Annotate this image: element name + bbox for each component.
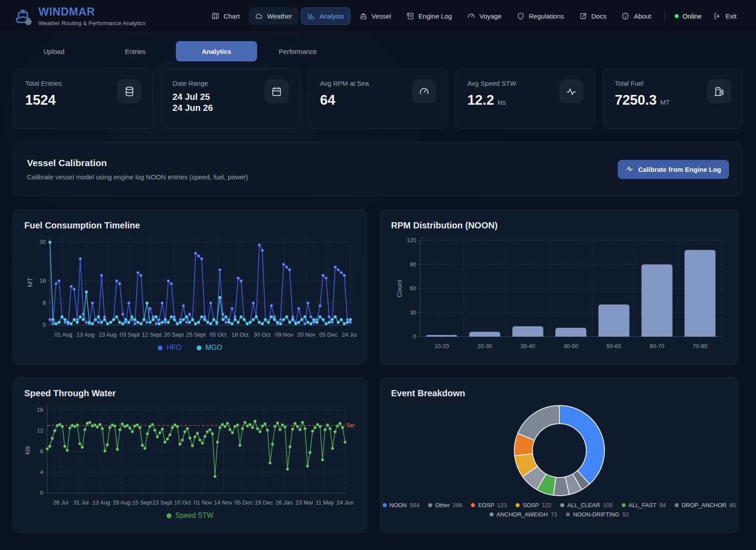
calibrate-from-engine-log-button[interactable]: Calibrate from Engine Log [618, 160, 729, 179]
svg-text:Count: Count [395, 279, 403, 297]
event-count: 52 [623, 511, 629, 518]
svg-text:10 Oct: 10 Oct [174, 499, 191, 506]
stat-value: 12.2kts [467, 92, 517, 108]
tab-entries[interactable]: Entries [95, 41, 176, 61]
svg-text:60: 60 [410, 285, 416, 292]
event-legend-item-all-fast[interactable]: ALL_FAST94 [622, 502, 666, 508]
tab-analytics[interactable]: Analytics [176, 41, 257, 61]
event-legend-item-noon[interactable]: NOON584 [383, 502, 420, 508]
nav-item-engine-log[interactable]: Engine Log [400, 8, 458, 25]
calibration-title: Vessel Calibration [27, 158, 248, 168]
tab-performance[interactable]: Performance [257, 41, 338, 61]
event-legend-item-noon-drifting[interactable]: NOON-DRIFTING52 [566, 511, 629, 518]
external-link-icon [579, 12, 587, 20]
stat-label: Avg Speed STW [467, 80, 517, 87]
svg-text:0: 0 [413, 333, 416, 340]
rpm-distribution-chart: 0306090120Count10-2020-3030-4040-5050-60… [391, 236, 727, 352]
event-count: 94 [659, 502, 665, 508]
event-label: ALL_FAST [629, 502, 657, 508]
charts-grid: Fuel Consumption Timeline 01 Aug13 Aug23… [13, 209, 743, 533]
nav-item-analysis[interactable]: Analysis [301, 8, 350, 25]
svg-text:31 Jul: 31 Jul [73, 499, 89, 506]
event-legend-item-sosp[interactable]: SOSP122 [516, 502, 551, 508]
database-icon [124, 86, 135, 97]
svg-text:09 Nov: 09 Nov [275, 331, 294, 338]
nav-item-weather[interactable]: Weather [249, 8, 298, 25]
svg-text:4: 4 [40, 469, 43, 475]
svg-text:03 Sept: 03 Sept [120, 331, 140, 338]
nav-item-exit[interactable]: Exit [707, 8, 743, 25]
stat-value: 64 [320, 92, 369, 108]
stat-value: 1524 [25, 92, 62, 108]
event-legend-item-eosp[interactable]: EOSP123 [471, 502, 507, 508]
event-label: NOON [390, 502, 407, 508]
nav-item-docs[interactable]: Docs [573, 8, 612, 25]
sub-tab-bar: UploadEntriesAnalyticsPerformance [13, 41, 743, 61]
svg-text:13 Aug: 13 Aug [76, 331, 95, 338]
svg-text:0: 0 [40, 489, 43, 496]
calibration-description: Calibrate vessel model using engine log … [27, 173, 248, 181]
nav-item-chart[interactable]: Chart [205, 8, 246, 25]
stat-label: Total Entries [25, 80, 62, 87]
svg-text:20-30: 20-30 [478, 343, 492, 349]
svg-text:8: 8 [43, 300, 46, 306]
legend-dot [167, 513, 171, 518]
legend-item-speed-stw[interactable]: Speed STW [167, 512, 213, 520]
svg-text:05 Dec: 05 Dec [235, 499, 253, 506]
legend-dot [158, 345, 163, 350]
online-status: Online [672, 12, 704, 20]
nav-divider [665, 10, 665, 22]
pulse-icon [626, 165, 634, 173]
tab-upload[interactable]: Upload [13, 41, 95, 61]
svg-text:14 Nov: 14 Nov [214, 499, 233, 506]
svg-text:15 Sept: 15 Sept [132, 499, 152, 506]
online-status-dot [675, 14, 679, 18]
svg-text:23 Mar: 23 Mar [296, 499, 314, 506]
fuel-chart-legend: HFOMGO [24, 344, 356, 352]
event-legend-item-all-clear[interactable]: ALL_CLEAR105 [560, 502, 612, 508]
stat-icon-box [118, 80, 141, 103]
legend-label: MGO [205, 344, 222, 352]
speed-through-water-chart: 26 Jul31 Jul13 Aug29 Aug15 Sept23 Sept10… [24, 404, 356, 509]
svg-text:kts: kts [24, 446, 31, 454]
svg-text:20 Nov: 20 Nov [297, 331, 315, 338]
legend-dot [560, 503, 564, 507]
event-legend-item-drop-anchor[interactable]: DROP_ANCHOR85 [675, 502, 736, 508]
legend-item-hfo[interactable]: HFO [158, 344, 182, 352]
brand: WINDMAR Weather Routing & Performance An… [13, 5, 146, 27]
svg-text:30: 30 [40, 239, 46, 245]
svg-text:12 Sept: 12 Sept [142, 331, 162, 338]
nav-item-about[interactable]: About [615, 8, 657, 25]
event-legend-item-anchor-aweigh[interactable]: ANCHOR_AWEIGH73 [490, 511, 557, 518]
nav-item-regulations[interactable]: Regulations [510, 8, 570, 25]
stat-text: Date Range24 Jul 2524 Jun 26 [173, 80, 213, 118]
svg-text:25 Sept: 25 Sept [186, 331, 206, 338]
legend-dot [566, 512, 570, 516]
svg-text:24 Jun: 24 Jun [336, 499, 353, 506]
event-count: 122 [542, 502, 551, 508]
stat-icon-box [265, 80, 289, 103]
nav-item-label: Docs [591, 12, 606, 20]
stat-label: Total Fuel [615, 80, 670, 87]
stat-icon-box [412, 80, 436, 103]
event-legend-row: ANCHOR_AWEIGH73NOON-DRIFTING52 [391, 511, 727, 518]
activity-icon [566, 86, 577, 97]
gauge-icon [418, 86, 430, 97]
event-legend-item-other[interactable]: Other286 [428, 502, 462, 508]
event-chart-title: Event Breakdown [391, 388, 727, 398]
windmar-logo-ship-icon [13, 6, 33, 26]
svg-text:70-80: 70-80 [693, 343, 707, 349]
nav-item-voyage[interactable]: Voyage [461, 8, 508, 25]
svg-text:30: 30 [410, 309, 416, 316]
nav-item-vessel[interactable]: Vessel [353, 8, 397, 25]
scroll-icon [406, 12, 414, 20]
event-count: 286 [453, 502, 463, 508]
app-title: WINDMAR [38, 5, 146, 18]
svg-text:20 Sept: 20 Sept [164, 331, 184, 338]
brand-text: WINDMAR Weather Routing & Performance An… [38, 5, 146, 27]
fuel-consumption-chart: 01 Aug13 Aug23 Aug03 Sept12 Sept20 Sept2… [24, 236, 356, 341]
legend-item-mgo[interactable]: MGO [197, 344, 222, 352]
bar-chart-icon [307, 12, 315, 20]
nav-item-label: About [634, 12, 651, 20]
svg-text:05 Oct: 05 Oct [209, 331, 227, 338]
